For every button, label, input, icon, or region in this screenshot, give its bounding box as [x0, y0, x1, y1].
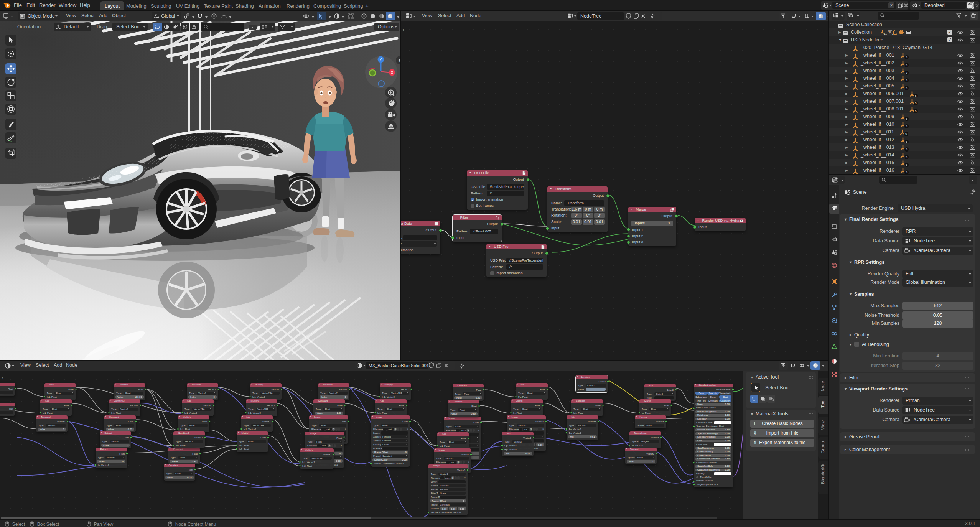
svg-text:11: 11 — [884, 32, 887, 35]
svg-text:Z: Z — [380, 58, 382, 62]
svg-text:X: X — [391, 71, 394, 75]
